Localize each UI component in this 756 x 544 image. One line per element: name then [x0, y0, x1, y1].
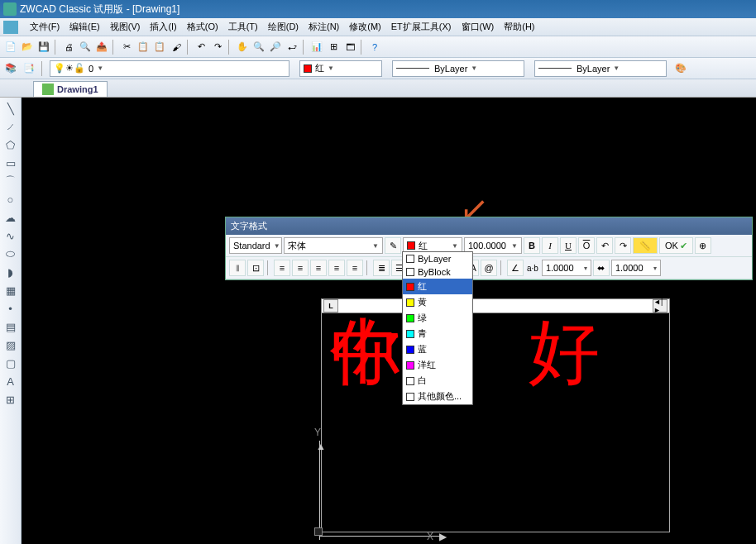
menu-format[interactable]: 格式(O) [182, 19, 223, 35]
options-icon[interactable]: ⊕ [695, 237, 711, 254]
circle-icon[interactable]: ○ [3, 192, 18, 207]
lineweight-combo[interactable]: ByLayer ▼ [534, 60, 667, 77]
plotcolor-icon[interactable]: 🎨 [673, 61, 688, 76]
mtext-edit-area[interactable]: 你 好 中国 [321, 313, 670, 532]
align-right-icon[interactable]: ≡ [310, 260, 327, 276]
color-opt-white[interactable]: 白 [403, 373, 472, 389]
annotative-icon[interactable]: ✎ [385, 237, 401, 254]
menu-window[interactable]: 窗口(W) [457, 19, 500, 35]
zoomrt-icon[interactable]: 🔍 [251, 40, 266, 55]
widthfactor-combo[interactable]: 1.0000 ▾ [611, 260, 661, 276]
align-center-icon[interactable]: ≡ [292, 260, 309, 276]
color-opt-yellow[interactable]: 黄 [403, 294, 472, 310]
help-icon[interactable]: ? [367, 40, 382, 55]
rectangle-icon[interactable]: ▭ [3, 155, 18, 170]
menu-help[interactable]: 帮助(H) [499, 19, 539, 35]
copy-icon[interactable]: 📋 [136, 40, 151, 55]
cut-icon[interactable]: ✂ [119, 40, 134, 55]
point-icon[interactable]: • [3, 301, 18, 316]
tab-drawing1[interactable]: Drawing1 [33, 81, 108, 97]
pan-icon[interactable]: ✋ [235, 40, 250, 55]
columns-icon[interactable]: ⫴ [229, 260, 246, 276]
layermgr-icon[interactable]: 📚 [3, 61, 18, 76]
bold-button[interactable]: B [524, 237, 540, 254]
text-icon[interactable]: A [3, 374, 18, 389]
preview-icon[interactable]: 🔍 [78, 40, 93, 55]
widthfactor-icon[interactable]: ⬌ [593, 260, 610, 276]
save-icon[interactable]: 💾 [36, 40, 51, 55]
gradient-icon[interactable]: ▨ [3, 337, 18, 352]
ellipsearc-icon[interactable]: ◗ [3, 265, 18, 279]
text-panel-title[interactable]: 文字格式 [226, 217, 752, 235]
zoomprev-icon[interactable]: ⮐ [285, 40, 299, 55]
color-opt-cyan[interactable]: 青 [403, 326, 472, 341]
paste-icon[interactable]: 📋 [152, 40, 167, 55]
oblique-icon[interactable]: ∠ [507, 260, 524, 276]
color-opt-magenta[interactable]: 洋红 [403, 357, 472, 373]
align-left-icon[interactable]: ≡ [274, 260, 290, 276]
open-icon[interactable]: 📂 [20, 40, 35, 55]
undo-icon[interactable]: ↶ [194, 40, 208, 55]
line-icon[interactable]: ╲ [3, 101, 18, 116]
matchprop-icon[interactable]: 🖌 [169, 40, 184, 55]
ruler-indent-button[interactable]: ◄|► [653, 299, 667, 313]
color-opt-blue[interactable]: 蓝 [403, 341, 472, 357]
redo-button[interactable]: ↷ [615, 237, 631, 254]
color-dropdown[interactable]: ByLayer ByBlock 红 黄 绿 青 蓝 洋红 白 其他颜色... [402, 251, 473, 405]
layer-combo[interactable]: 💡 ☀ 🔓 0 ▼ [50, 60, 289, 77]
ruler-button[interactable]: 📏 [633, 237, 658, 254]
block-icon[interactable]: ▦ [3, 283, 18, 298]
ruler-left-button[interactable]: L [323, 299, 338, 313]
linespacing-icon[interactable]: ≣ [373, 260, 390, 276]
pline-icon[interactable]: ⟋ [3, 119, 18, 134]
menu-edit[interactable]: 编辑(E) [65, 19, 105, 35]
menu-insert[interactable]: 插入(I) [145, 19, 181, 35]
align-distribute-icon[interactable]: ≡ [347, 260, 363, 276]
overline-button[interactable]: O [578, 237, 595, 254]
menu-tools[interactable]: 工具(T) [223, 19, 263, 35]
tracking-combo[interactable]: 1.0000 ▾ [542, 260, 591, 276]
menu-draw[interactable]: 绘图(D) [263, 19, 304, 35]
linetype-combo[interactable]: ByLayer ▼ [392, 60, 524, 77]
toolpalette-icon[interactable]: 🗔 [342, 40, 357, 55]
menu-modify[interactable]: 修改(M) [344, 19, 386, 35]
drawing-canvas[interactable]: ↙ 文字格式 Standard ▼ 宋体 ▼ ✎ 红 ▼ [22, 98, 756, 544]
print-icon[interactable]: 🖨 [61, 40, 76, 55]
zoomwin-icon[interactable]: 🔎 [268, 40, 283, 55]
ok-button[interactable]: OK ✔ [659, 237, 693, 254]
properties-icon[interactable]: 📊 [309, 40, 324, 55]
new-icon[interactable]: 📄 [3, 40, 18, 55]
symbol-icon[interactable]: @ [481, 260, 497, 276]
mtext-justify-icon[interactable]: ⊡ [247, 260, 264, 276]
ellipse-icon[interactable]: ⬭ [3, 246, 18, 261]
color-opt-byblock[interactable]: ByBlock [403, 265, 472, 279]
redo-icon[interactable]: ↷ [210, 40, 225, 55]
revcloud-icon[interactable]: ☁ [3, 210, 18, 225]
table-icon[interactable]: ⊞ [3, 392, 18, 407]
underline-button[interactable]: U [560, 237, 577, 254]
mtext-editor[interactable]: L ◄|► 你 好 中国 [321, 298, 670, 532]
align-justify-icon[interactable]: ≡ [328, 260, 345, 276]
color-opt-red[interactable]: 红 [403, 279, 472, 294]
hatch-icon[interactable]: ▤ [3, 319, 18, 334]
arc-icon[interactable]: ⌒ [3, 174, 18, 188]
italic-button[interactable]: I [542, 237, 558, 254]
color-combo[interactable]: 红 ▼ [299, 60, 382, 77]
mtext-ruler[interactable]: L ◄|► [321, 298, 670, 313]
color-opt-other[interactable]: 其他颜色... [403, 389, 472, 404]
spline-icon[interactable]: ∿ [3, 228, 18, 243]
undo-button[interactable]: ↶ [596, 237, 613, 254]
color-opt-bylayer[interactable]: ByLayer [403, 252, 472, 265]
designcenter-icon[interactable]: ⊞ [326, 40, 341, 55]
color-opt-green[interactable]: 绿 [403, 310, 472, 326]
layerstate-icon[interactable]: 📑 [22, 61, 36, 76]
textstyle-combo[interactable]: Standard ▼ [229, 237, 282, 254]
font-combo[interactable]: 宋体 ▼ [284, 237, 383, 254]
menu-et[interactable]: ET扩展工具(X) [386, 19, 457, 35]
polygon-icon[interactable]: ⬠ [3, 137, 18, 152]
menu-view[interactable]: 视图(V) [105, 19, 146, 35]
region-icon[interactable]: ▢ [3, 356, 18, 370]
menu-file[interactable]: 文件(F) [25, 19, 65, 35]
menu-dim[interactable]: 标注(N) [304, 19, 344, 35]
publish-icon[interactable]: 📤 [94, 40, 109, 55]
